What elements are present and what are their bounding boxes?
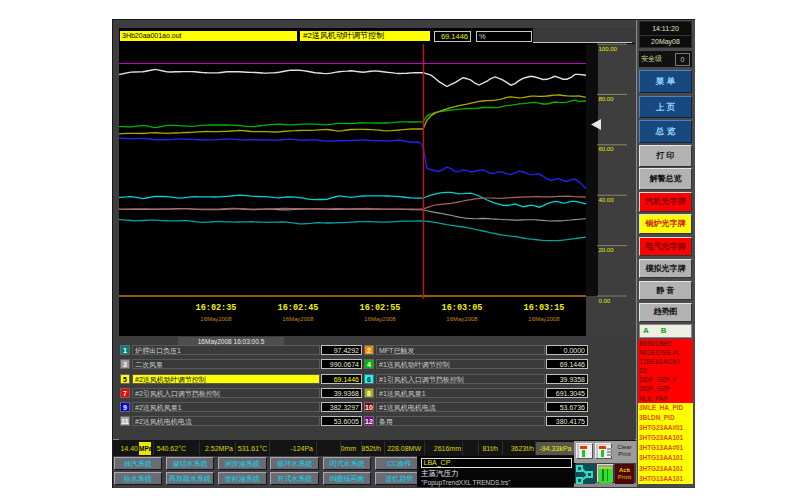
svg-text:60.00: 60.00 <box>599 146 615 152</box>
svg-text:0.00: 0.00 <box>599 298 611 304</box>
svg-text:80.00: 80.00 <box>599 96 615 102</box>
svg-text:16May2008: 16May2008 <box>364 316 396 322</box>
svg-text:16:03:05: 16:03:05 <box>442 303 483 313</box>
svg-text:16May2008: 16May2008 <box>200 316 232 322</box>
svg-text:16:03:15: 16:03:15 <box>524 303 565 313</box>
svg-text:20.00: 20.00 <box>599 247 615 253</box>
svg-text:16May2008: 16May2008 <box>282 316 314 322</box>
svg-text:100.00: 100.00 <box>599 46 618 52</box>
svg-text:16:02:35: 16:02:35 <box>196 303 237 313</box>
svg-text:16May2008: 16May2008 <box>446 316 478 322</box>
svg-text:16:02:45: 16:02:45 <box>278 303 319 313</box>
svg-text:16:02:55: 16:02:55 <box>360 303 401 313</box>
svg-text:40.00: 40.00 <box>599 197 615 203</box>
svg-text:16May2008: 16May2008 <box>528 316 560 322</box>
